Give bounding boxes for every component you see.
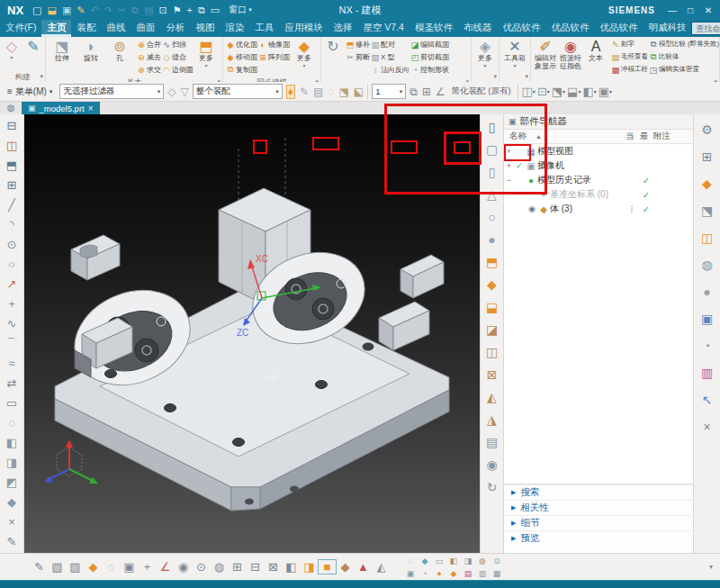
cylinder-tool-icon[interactable]: ▯	[489, 116, 496, 139]
tab-file[interactable]: 文件(F)	[0, 20, 41, 37]
cut-icon[interactable]: ✂	[118, 5, 126, 16]
tab-home[interactable]: 主页	[41, 20, 71, 37]
point-icon[interactable]: +	[8, 294, 15, 314]
resource-icon[interactable]: ◍	[0, 102, 22, 114]
command-search[interactable]	[691, 22, 720, 35]
column-note[interactable]: 附注	[652, 131, 693, 142]
search-input[interactable]	[694, 23, 720, 34]
mini-tool-3-icon[interactable]: ▭	[432, 555, 446, 567]
sync-tool-icon[interactable]: ↻	[487, 476, 498, 499]
shell-tool-icon[interactable]: ◮	[487, 409, 497, 431]
sketch-button[interactable]: ✎	[23, 38, 43, 55]
overflow-caret-icon[interactable]: ▾	[709, 563, 720, 571]
swept-surface-icon[interactable]: ◨	[6, 453, 17, 473]
cube-select2-icon[interactable]: ⬕	[354, 86, 364, 98]
offset-curve-icon[interactable]: ≈	[8, 354, 14, 374]
pattern-geometry-icon[interactable]: ▧	[49, 560, 66, 574]
bounding-box-icon[interactable]: ⊠	[265, 560, 282, 574]
emboss-tool-icon[interactable]: ⊠	[487, 364, 498, 386]
check-icon[interactable]: ◉	[526, 204, 537, 213]
maximize-button[interactable]: □	[682, 5, 698, 15]
tab-application[interactable]: 应用模块	[279, 20, 328, 37]
circle-ref-icon[interactable]: ⊙	[193, 560, 210, 574]
expander-icon[interactable]: −	[504, 176, 514, 185]
tab-render[interactable]: 渲染	[220, 20, 249, 37]
tab-selection[interactable]: 选择	[328, 20, 357, 37]
display-copy-icon[interactable]: ⧉	[198, 5, 205, 16]
assign-feature-color-button[interactable]: ◉ 指派特征颜色	[558, 38, 583, 70]
window-icon[interactable]: ▭	[211, 5, 220, 16]
expander-icon[interactable]: +	[504, 161, 514, 170]
mini-tool-4-icon[interactable]: ◧	[446, 555, 461, 567]
capture-icon[interactable]: ⊡	[158, 5, 166, 16]
copy-face-button[interactable]: ⧉ 复制面	[225, 63, 257, 76]
panel-dependencies[interactable]: ▶ 相关性	[504, 500, 693, 515]
compare-body-button[interactable]: ⧉ 比较体	[648, 50, 719, 63]
shaded-view-icon[interactable]: ⬔ ▾	[552, 85, 565, 98]
mirror-assembly-icon[interactable]: ◍	[701, 251, 712, 278]
bridge-curve-icon[interactable]: ⌒	[6, 334, 18, 354]
sketch-region-button[interactable]: ◇ ▾	[2, 38, 22, 60]
tab-tools[interactable]: 工具	[249, 20, 279, 37]
tab-assembly[interactable]: 装配	[71, 20, 101, 37]
mini-tool-10-icon[interactable]: ●	[432, 567, 446, 580]
edit-sketch-icon[interactable]: ✎	[31, 560, 48, 574]
toolbox2-icon[interactable]: ×	[703, 413, 710, 440]
cone-tool-icon[interactable]: △	[487, 184, 497, 206]
line-icon[interactable]: ╱	[8, 195, 15, 215]
check-icon[interactable]: ✓	[514, 161, 525, 170]
more-basic-button[interactable]: ⬒ 更多 ▾	[192, 38, 220, 68]
select-pointer-icon[interactable]: ↖	[702, 386, 713, 413]
orient-view-icon[interactable]: ⬓ ▾	[567, 85, 580, 98]
rectangle-icon[interactable]: ▭	[6, 394, 17, 413]
tree-row-history[interactable]: − ● 模型历史记录 ✓	[504, 173, 693, 187]
datum-plane-icon[interactable]: ⊞	[7, 176, 17, 195]
layer-combo[interactable]: 1 ▾	[372, 84, 406, 99]
show-hide-tool-icon[interactable]: ◉	[486, 454, 497, 476]
point-set-icon[interactable]: +	[139, 560, 156, 574]
move-face-button[interactable]: ◆ 移动面	[225, 50, 257, 63]
column-current[interactable]: 当	[623, 131, 637, 142]
window-view-icon[interactable]: ⊡ ▾	[537, 85, 550, 98]
blank-view-button[interactable]: ▤ 毛坯查看	[610, 50, 648, 63]
hole-button[interactable]: ⊚ 孔	[105, 38, 134, 63]
point-line-icon[interactable]: ↗	[7, 275, 17, 294]
filter-funnel-icon[interactable]: ▽	[181, 86, 189, 98]
sketch-quick-icon[interactable]: ✎	[76, 5, 85, 16]
more-sync-button[interactable]: ◆ 更多 ▾	[290, 38, 319, 68]
wedge-icon[interactable]: ◆	[7, 493, 16, 512]
sheet-body-icon[interactable]: ◧	[283, 560, 300, 574]
active-selection-icon[interactable]: ■	[319, 560, 336, 574]
expander-icon[interactable]: +	[504, 147, 514, 156]
optimize-face-button[interactable]: ◆ 优化面	[225, 38, 257, 50]
dialog-launcher-icon[interactable]: ▾	[525, 71, 528, 82]
close-icon[interactable]: ×	[88, 104, 94, 113]
block-tool-icon[interactable]: ▢	[486, 139, 498, 161]
break-button[interactable]: ✂ 剪断	[345, 50, 370, 63]
tab-router[interactable]: 布线器	[458, 20, 498, 37]
revolve-button[interactable]: ◗ 旋转	[76, 38, 105, 63]
tab-mingwei[interactable]: 明威科技	[643, 20, 691, 37]
pattern-face-button[interactable]: ⊞ 阵列面	[257, 50, 290, 63]
studio-spline-icon[interactable]: ◌	[8, 413, 15, 433]
bounded-plane-icon[interactable]: ◩	[6, 473, 17, 493]
xform-button[interactable]: ▨ X 型	[370, 50, 410, 63]
save-icon[interactable]: ▣	[62, 5, 71, 16]
dialog-launcher-icon[interactable]: ▾	[40, 71, 43, 82]
close-button[interactable]: ✕	[700, 5, 716, 15]
sketch-pencil-icon[interactable]: ✎	[7, 532, 17, 552]
unite-button[interactable]: ⊕ 合并	[136, 38, 161, 50]
more-surface-button[interactable]: ◈ 更多 ▾	[473, 38, 497, 68]
move-part-icon[interactable]: ⬔	[701, 197, 713, 224]
toolbox-button[interactable]: ✕ 工具箱 ▾	[501, 38, 528, 68]
feature-gem-icon[interactable]: ◆	[337, 560, 354, 574]
reverse-normal-button[interactable]: ↕ 法向反向	[370, 63, 410, 76]
tab-youpin-3[interactable]: 优品软件	[594, 20, 643, 37]
new-file-icon[interactable]: ▢	[32, 5, 41, 16]
unite-tool-icon[interactable]: ⬒	[486, 251, 498, 274]
clip-list-icon[interactable]: ▤	[313, 86, 323, 98]
tab-youpin-2[interactable]: 优品软件	[545, 20, 594, 37]
panel-preview[interactable]: ▶ 预览	[504, 530, 693, 546]
paste-icon[interactable]: ▤	[144, 5, 153, 16]
tab-surface[interactable]: 曲面	[130, 20, 160, 37]
